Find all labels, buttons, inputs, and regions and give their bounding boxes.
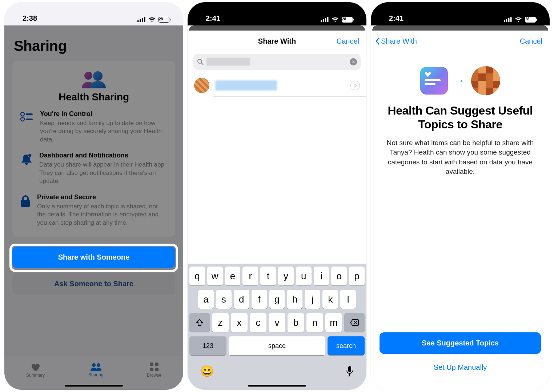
status-icons: 28	[137, 17, 169, 23]
svg-rect-2	[142, 18, 143, 22]
key-n[interactable]: n	[306, 313, 323, 332]
svg-rect-28	[510, 17, 512, 22]
sheet-behind	[189, 25, 365, 31]
key-w[interactable]: w	[207, 267, 223, 285]
status-time: 2:38	[23, 14, 37, 23]
cellular-icon	[137, 17, 145, 22]
emoji-key[interactable]: 😀	[200, 365, 214, 377]
cancel-button[interactable]: Cancel	[337, 37, 359, 45]
key-y[interactable]: y	[278, 267, 294, 285]
keyboard: qwertyuiop asdfghjkl zxcvbnm 123 space s…	[188, 264, 366, 390]
wifi-icon	[332, 17, 339, 22]
lock-icon	[20, 195, 31, 207]
key-h[interactable]: h	[287, 290, 302, 309]
people-icon	[80, 71, 108, 88]
search-icon	[197, 59, 204, 65]
key-z[interactable]: z	[212, 313, 229, 332]
key-g[interactable]: g	[269, 290, 285, 309]
nav-bar: Share With Cancel	[188, 31, 366, 52]
nav-bar: Share With Cancel	[371, 31, 550, 52]
wifi-icon	[148, 17, 156, 22]
key-p[interactable]: p	[349, 267, 365, 285]
page-title: Sharing	[4, 25, 183, 61]
svg-line-23	[201, 63, 203, 65]
key-t[interactable]: t	[260, 267, 276, 285]
status-bar: 2:41 28	[371, 2, 550, 25]
key-m[interactable]: m	[325, 313, 342, 332]
ask-someone-to-share-button[interactable]: Ask Someone to Share	[12, 273, 175, 295]
svg-rect-15	[155, 363, 158, 366]
avatar	[194, 78, 209, 93]
chevron-left-icon	[375, 37, 380, 45]
backspace-icon	[350, 319, 359, 326]
svg-rect-0	[137, 20, 139, 22]
card-title: Health Sharing	[59, 91, 129, 103]
key-b[interactable]: b	[288, 313, 304, 332]
numbers-key[interactable]: 123	[189, 336, 226, 355]
svg-rect-18	[321, 20, 322, 22]
clear-search-icon[interactable]: ✕	[350, 58, 357, 65]
search-key[interactable]: search	[328, 336, 365, 355]
see-suggested-topics-button[interactable]: See Suggested Topics	[380, 332, 541, 354]
chevron-right-icon[interactable]	[350, 81, 360, 90]
status-bar: 2:38 28	[4, 2, 183, 25]
search-text-redacted	[206, 58, 250, 66]
sheet-behind	[372, 25, 548, 31]
tab-sharing[interactable]: Sharing	[88, 363, 103, 377]
contact-name-redacted	[215, 80, 277, 91]
key-v[interactable]: v	[269, 313, 285, 332]
svg-point-13	[97, 363, 100, 367]
phone-screen-sharing: 2:38 28 Sharing Health Sharing You're in…	[4, 2, 183, 390]
key-l[interactable]: l	[340, 290, 356, 309]
home-indicator	[248, 385, 306, 387]
svg-rect-7	[26, 113, 33, 115]
svg-rect-25	[504, 20, 505, 22]
back-button[interactable]: Share With	[375, 37, 417, 45]
tab-browse[interactable]: Browse	[147, 363, 161, 378]
key-d[interactable]: d	[234, 290, 249, 309]
svg-rect-11	[21, 200, 30, 207]
status-time: 2:41	[206, 14, 220, 23]
page-description: Not sure what items can be helpful to sh…	[380, 138, 541, 177]
key-e[interactable]: e	[225, 267, 241, 285]
shift-key[interactable]	[189, 313, 210, 332]
bell-icon	[20, 153, 33, 166]
svg-point-8	[21, 117, 24, 121]
search-input[interactable]: ✕	[193, 54, 361, 70]
battery-icon: 28	[158, 17, 169, 23]
key-i[interactable]: i	[314, 267, 329, 285]
svg-rect-14	[150, 363, 153, 366]
key-u[interactable]: u	[296, 267, 312, 285]
key-r[interactable]: r	[242, 267, 258, 285]
backspace-key[interactable]	[344, 313, 365, 332]
svg-point-12	[92, 363, 96, 367]
key-s[interactable]: s	[216, 290, 232, 309]
svg-rect-20	[325, 18, 326, 22]
contact-avatar	[471, 66, 500, 95]
people-small-icon	[90, 363, 102, 371]
tab-summary[interactable]: Summary	[26, 363, 45, 378]
hero-graphic: →	[380, 66, 541, 95]
key-f[interactable]: f	[252, 290, 267, 309]
key-j[interactable]: j	[305, 290, 320, 309]
key-o[interactable]: o	[331, 267, 347, 285]
home-indicator	[65, 385, 123, 387]
contact-row[interactable]	[188, 74, 366, 97]
share-with-someone-button[interactable]: Share with Someone	[12, 247, 175, 268]
space-key[interactable]: space	[229, 336, 325, 355]
key-x[interactable]: x	[231, 313, 248, 332]
key-c[interactable]: c	[250, 313, 266, 332]
health-app-tile-icon	[420, 67, 448, 95]
svg-rect-16	[150, 368, 153, 371]
key-q[interactable]: q	[189, 267, 205, 285]
feature-control: You're in ControlKeep friends and family…	[20, 110, 167, 144]
svg-point-10	[28, 153, 32, 157]
mic-icon[interactable]	[346, 366, 354, 377]
svg-rect-26	[506, 19, 507, 22]
key-k[interactable]: k	[322, 290, 338, 309]
svg-rect-27	[508, 18, 510, 22]
key-a[interactable]: a	[198, 290, 214, 309]
cellular-icon	[504, 17, 512, 22]
cancel-button[interactable]: Cancel	[520, 37, 542, 45]
set-up-manually-button[interactable]: Set Up Manually	[380, 357, 541, 377]
